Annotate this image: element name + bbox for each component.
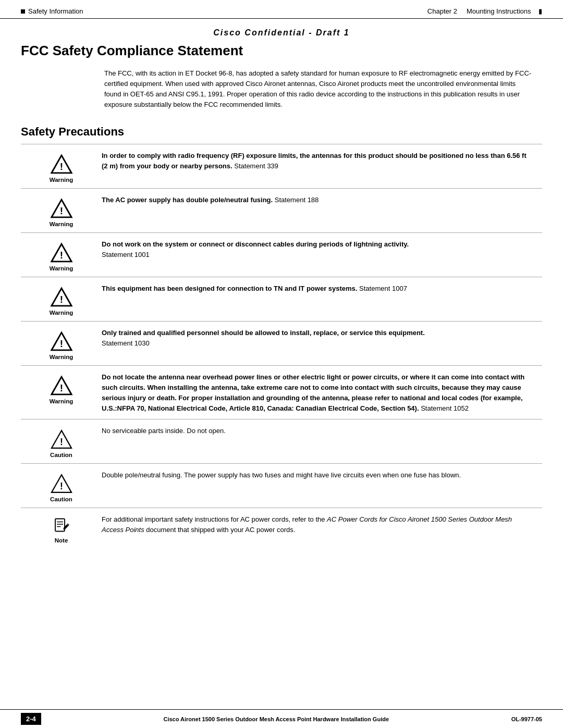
notice-normal-4: Statement 1007: [357, 285, 407, 292]
notice-row-1: ! Warning In order to comply with radio …: [21, 144, 542, 188]
intro-paragraph: The FCC, with its action in ET Docket 96…: [104, 68, 532, 110]
section-title: Safety Precautions: [21, 125, 542, 139]
notice-bold-3: Do not work on the system or connect or …: [102, 240, 409, 248]
warning-icon-6: !: [50, 374, 73, 397]
caution-label-2: Caution: [50, 496, 72, 502]
notice-text-9: For additional important safety instruct…: [102, 514, 542, 535]
svg-text:!: !: [59, 205, 63, 216]
footer-center-text: Cisco Aironet 1500 Series Outdoor Mesh A…: [163, 716, 389, 722]
notice-normal-5: Statement 1030: [102, 339, 150, 347]
svg-text:!: !: [59, 250, 63, 261]
warning-icon-5: !: [50, 330, 73, 353]
notice-text-6: Do not locate the antenna near overhead …: [102, 372, 542, 414]
caution-label-1: Caution: [50, 452, 72, 458]
notice-row-9: Note For additional important safety ins…: [21, 508, 542, 549]
notice-row-6: ! Warning Do not locate the antenna near…: [21, 365, 542, 419]
notice-text-1: In order to comply with radio frequency …: [102, 151, 542, 171]
notice-row-7: ! Caution No serviceable parts inside. D…: [21, 419, 542, 463]
warning-label-5: Warning: [50, 354, 74, 360]
notice-icon-col-7: ! Caution: [21, 426, 102, 458]
notice-bold-5: Only trained and qualified personnel sho…: [102, 329, 425, 337]
notice-icon-col-1: ! Warning: [21, 151, 102, 183]
notice-row-2: ! Warning The AC power supply has double…: [21, 188, 542, 232]
note-icon-1: [52, 516, 71, 535]
warning-label-1: Warning: [50, 177, 74, 183]
notice-icon-col-5: ! Warning: [21, 328, 102, 360]
notice-icon-col-2: ! Warning: [21, 195, 102, 227]
notice-text-2: The AC power supply has double pole/neut…: [102, 195, 542, 205]
svg-marker-20: [63, 524, 69, 530]
warning-label-2: Warning: [50, 221, 74, 227]
warning-icon-2: !: [50, 197, 73, 220]
note-label-1: Note: [55, 537, 68, 544]
notice-text-5: Only trained and qualified personnel sho…: [102, 328, 542, 349]
warning-icon-1: !: [50, 153, 73, 176]
page-footer: 2-4 Cisco Aironet 1500 Series Outdoor Me…: [0, 709, 563, 728]
warning-label-4: Warning: [50, 310, 74, 316]
notice-row-4: ! Warning This equipment has been design…: [21, 277, 542, 321]
notice-normal-6: Statement 1052: [419, 404, 469, 412]
warning-label-3: Warning: [50, 265, 74, 272]
warning-icon-3: !: [50, 241, 73, 264]
header-left: Safety Information: [21, 7, 83, 15]
confidential-banner: Cisco Confidential - Draft 1: [0, 28, 563, 38]
notice-normal-3: Statement 1001: [102, 251, 150, 258]
notice-icon-col-9: Note: [21, 514, 102, 544]
notice-normal-2: Statement 188: [273, 196, 319, 204]
notice-row-3: ! Warning Do not work on the system or c…: [21, 232, 542, 277]
notice-icon-col-3: ! Warning: [21, 239, 102, 272]
main-content: FCC Safety Compliance Statement The FCC,…: [0, 43, 563, 581]
notice-row-5: ! Warning Only trained and qualified per…: [21, 321, 542, 365]
caution-icon-1: !: [50, 428, 73, 451]
notice-icon-col-8: ! Caution: [21, 470, 102, 502]
footer-page-number: 2-4: [21, 713, 41, 725]
notice-bold-2: The AC power supply has double pole/neut…: [102, 196, 273, 204]
svg-text:!: !: [59, 382, 63, 393]
caution-icon-2: !: [50, 472, 73, 495]
page-title: FCC Safety Compliance Statement: [21, 43, 542, 59]
svg-text:!: !: [59, 294, 63, 305]
notice-icon-col-6: ! Warning: [21, 372, 102, 404]
header-section-label: Safety Information: [28, 7, 83, 15]
notice-text-4: This equipment has been designed for con…: [102, 283, 542, 294]
footer-doc-id: OL-9977-05: [511, 716, 542, 722]
header-chapter: Chapter 2: [427, 7, 457, 15]
note-text-italic-2: document that shipped with your AC power…: [144, 526, 296, 534]
svg-text:!: !: [60, 481, 63, 491]
note-text-normal-1: For additional important safety instruct…: [102, 515, 327, 523]
notice-icon-col-4: ! Warning: [21, 283, 102, 316]
notice-normal-1: Statement 339: [232, 162, 278, 170]
svg-text:!: !: [59, 338, 63, 349]
notice-text-3: Do not work on the system or connect or …: [102, 239, 542, 260]
notice-bold-4: This equipment has been designed for con…: [102, 285, 357, 292]
header-right: Chapter 2 Mounting Instructions ▮: [427, 7, 542, 15]
notice-text-7: No serviceable parts inside. Do not open…: [102, 426, 542, 436]
header-square-icon: [21, 9, 25, 14]
notice-bold-1: In order to comply with radio frequency …: [102, 152, 527, 170]
notice-text-8: Double pole/neutral fusing. The power su…: [102, 470, 542, 480]
notice-row-8: ! Caution Double pole/neutral fusing. Th…: [21, 463, 542, 508]
svg-text:!: !: [60, 437, 63, 447]
svg-text:!: !: [59, 161, 63, 172]
warning-icon-4: !: [50, 286, 73, 309]
header-section: Mounting Instructions: [467, 7, 531, 15]
page-header: Safety Information Chapter 2 Mounting In…: [0, 0, 563, 19]
warning-label-6: Warning: [50, 398, 74, 404]
